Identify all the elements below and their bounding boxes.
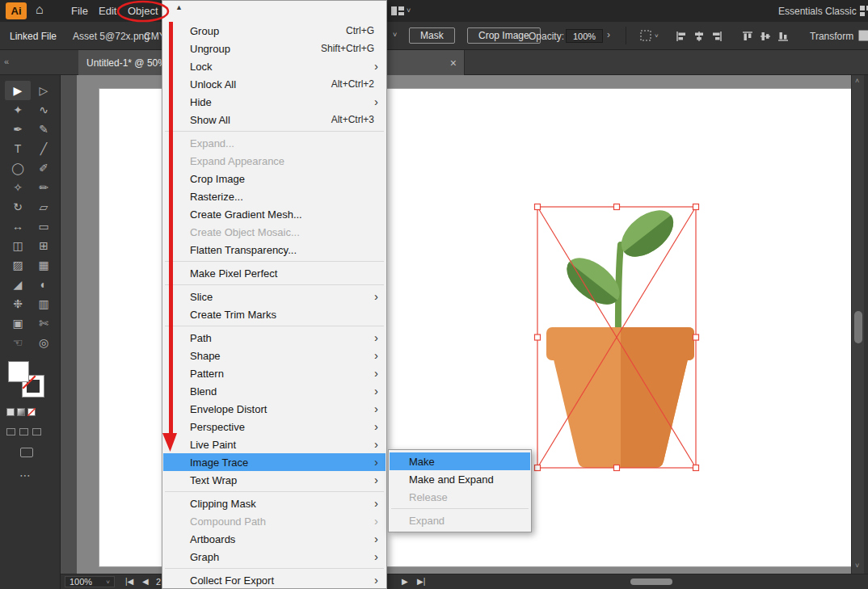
direct-selection-tool[interactable]: ▷ — [31, 81, 57, 100]
menu-item-unlock-all[interactable]: Unlock All Alt+Ctrl+2 — [163, 75, 386, 93]
eyedropper-tool[interactable]: ◢ — [5, 275, 31, 294]
submenu-item-make[interactable]: Make — [390, 452, 530, 470]
menu-item-image-trace[interactable]: Image Trace › — [163, 453, 386, 471]
slice-tool[interactable]: ✄ — [31, 313, 57, 333]
transform-link[interactable]: Transform — [810, 31, 853, 42]
draw-behind-icon[interactable] — [19, 428, 28, 435]
menu-item-path[interactable]: Path › — [163, 329, 386, 347]
pencil-tool[interactable]: ✏ — [31, 178, 57, 197]
draw-normal-icon[interactable] — [6, 428, 15, 435]
zoom-tool[interactable]: ◎ — [31, 333, 57, 352]
live-paint-bucket-tool[interactable]: ⊞ — [31, 236, 57, 255]
arrange-documents-icon[interactable] — [391, 6, 404, 16]
menu-item-crop-image[interactable]: Crop Image — [163, 170, 386, 187]
illustrator-logo[interactable]: Ai — [6, 2, 27, 19]
last-artboard-icon[interactable]: ▶| — [417, 577, 425, 586]
home-icon[interactable]: ⌂ — [36, 2, 44, 17]
screen-mode-icon[interactable] — [20, 448, 33, 457]
column-graph-tool[interactable]: ▥ — [31, 294, 57, 313]
align-horizontal-right-icon[interactable] — [711, 31, 723, 42]
menu-item-shape[interactable]: Shape › — [163, 347, 386, 364]
free-transform-tool[interactable]: ▭ — [31, 217, 57, 236]
menu-file[interactable]: File — [71, 5, 88, 17]
width-tool[interactable]: ↔ — [5, 217, 31, 236]
menu-item-rasterize[interactable]: Rasterize... — [163, 187, 386, 205]
shape-builder-tool[interactable]: ◫ — [5, 236, 31, 255]
line-segment-tool[interactable]: ╱ — [31, 139, 57, 158]
panel-collapse-icon[interactable]: « — [4, 57, 9, 66]
options-dropdown-chevron-icon[interactable]: ˅ — [655, 32, 659, 40]
mask-button[interactable]: Mask — [409, 27, 455, 44]
opacity-flyout-icon[interactable]: › — [607, 29, 610, 40]
hidden-dropdown-chevron-icon[interactable]: ˅ — [393, 31, 397, 39]
menu-item-blend[interactable]: Blend › — [163, 382, 386, 400]
menu-item-perspective[interactable]: Perspective › — [163, 418, 386, 435]
menu-object[interactable]: Object — [128, 5, 158, 17]
menu-item-pattern[interactable]: Pattern › — [163, 364, 386, 382]
asset-name-link[interactable]: Asset 5@72x.png — [73, 31, 150, 42]
lasso-tool[interactable]: ∿ — [31, 100, 57, 120]
selection-tool[interactable]: ▶ — [5, 81, 31, 100]
draw-inside-icon[interactable] — [32, 428, 41, 435]
clipped-panel-icon[interactable] — [858, 30, 868, 41]
options-dropdown-icon[interactable] — [640, 30, 651, 41]
align-vertical-center-icon[interactable] — [760, 31, 771, 42]
magic-wand-tool[interactable]: ✦ — [5, 100, 31, 120]
align-vertical-bottom-icon[interactable] — [777, 31, 789, 42]
align-horizontal-left-icon[interactable] — [676, 31, 687, 42]
menu-item-show-all[interactable]: Show All Alt+Ctrl+3 — [163, 111, 386, 128]
symbol-sprayer-tool[interactable]: ❉ — [5, 294, 31, 313]
rotate-tool[interactable]: ↻ — [5, 197, 31, 217]
panel-grid-icon[interactable] — [860, 6, 868, 16]
menu-item-live-paint[interactable]: Live Paint › — [163, 435, 386, 453]
menu-scroll-up-icon[interactable]: ▲ — [175, 3, 183, 11]
workspace-switcher[interactable]: Essentials Classic — [778, 6, 857, 17]
previous-artboard-icon[interactable]: ◀ — [142, 577, 149, 586]
menu-item-envelope-distort[interactable]: Envelope Distort › — [163, 400, 386, 418]
menu-edit[interactable]: Edit — [99, 5, 116, 17]
opacity-dropdown[interactable]: 100% — [566, 29, 603, 43]
menu-item-text-wrap[interactable]: Text Wrap › — [163, 471, 386, 489]
ellipse-tool[interactable]: ◯ — [5, 158, 31, 178]
zoom-dropdown[interactable]: 100% ˅ — [65, 576, 115, 587]
arrange-documents-chevron-icon[interactable]: ˅ — [407, 6, 411, 15]
gradient-tool[interactable]: ▨ — [5, 255, 31, 275]
shaper-tool[interactable]: ✧ — [5, 178, 31, 197]
menu-item-slice[interactable]: Slice › — [163, 288, 386, 305]
menu-item-lock[interactable]: Lock › — [163, 57, 386, 75]
menu-item-hide[interactable]: Hide › — [163, 93, 386, 111]
fill-swatch[interactable] — [8, 361, 29, 382]
curvature-tool[interactable]: ✎ — [31, 120, 57, 139]
align-horizontal-center-icon[interactable] — [693, 31, 705, 42]
blend-tool[interactable]: ◐ — [31, 275, 57, 294]
menu-item-ungroup[interactable]: Ungroup Shift+Ctrl+G — [163, 40, 386, 57]
menu-item-collect-for-export[interactable]: Collect For Export › — [163, 571, 386, 589]
scroll-up-icon[interactable]: ˄ — [855, 77, 859, 85]
plant-image[interactable] — [529, 198, 707, 477]
none-mode-icon[interactable] — [27, 408, 36, 416]
vertical-scrollbar-thumb[interactable] — [854, 311, 862, 343]
artboard-number[interactable]: 2 — [156, 577, 161, 587]
horizontal-scrollbar-thumb[interactable] — [630, 578, 672, 585]
pen-tool[interactable]: ✒ — [5, 120, 31, 139]
edit-toolbar-ellipsis-icon[interactable]: ⋯ — [19, 469, 31, 482]
menu-item-flatten-transparency[interactable]: Flatten Transparency... — [163, 241, 386, 259]
first-artboard-icon[interactable]: |◀ — [125, 577, 133, 586]
gradient-mode-icon[interactable] — [17, 408, 25, 416]
menu-item-group[interactable]: Group Ctrl+G — [163, 22, 386, 40]
menu-item-make-pixel-perfect[interactable]: Make Pixel Perfect — [163, 264, 386, 282]
next-artboard-icon[interactable]: ▶ — [402, 577, 408, 586]
vertical-scrollbar[interactable]: ˄ ˅ — [851, 75, 864, 574]
tab-close-icon[interactable]: × — [450, 57, 457, 69]
submenu-item-make-and-expand[interactable]: Make and Expand — [390, 470, 530, 488]
menu-item-clipping-mask[interactable]: Clipping Mask › — [163, 494, 386, 512]
paintbrush-tool[interactable]: ✐ — [31, 158, 57, 178]
color-mode-icon[interactable] — [6, 408, 15, 416]
menu-item-artboards[interactable]: Artboards › — [163, 530, 386, 548]
scroll-down-icon[interactable]: ˅ — [855, 562, 859, 570]
hand-tool[interactable]: ☜ — [5, 333, 31, 352]
menu-item-create-gradient-mesh[interactable]: Create Gradient Mesh... — [163, 205, 386, 223]
mesh-tool[interactable]: ▦ — [31, 255, 57, 275]
type-tool[interactable]: T — [5, 139, 31, 158]
artboard-tool[interactable]: ▣ — [5, 313, 31, 333]
